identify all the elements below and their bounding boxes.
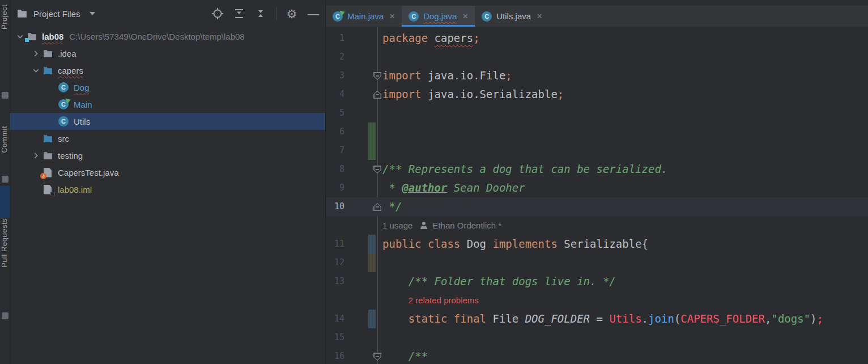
class-icon: C [58,82,69,92]
class-icon: C [482,11,492,22]
fold-marker-icon[interactable] [373,166,381,173]
stripe-item-commit[interactable]: Commit [0,126,8,153]
code-text: package capers; [382,29,480,48]
code-line[interactable]: 6 [326,122,868,141]
line-number: 10 [326,197,344,216]
tool-icon[interactable] [2,312,8,319]
chevron-right-icon[interactable] [33,153,39,159]
related-problems-hint[interactable]: 2 related problems [409,295,479,305]
line-number: 8 [326,160,344,179]
line-number: 7 [326,141,344,160]
content-root-badge [25,38,29,42]
fold-marker-icon[interactable] [373,91,381,99]
tab-label: Utils.java [496,11,531,21]
folder-icon [42,151,53,160]
folder-icon [42,49,53,58]
line-number: 11 [326,235,344,253]
tool-icon[interactable] [2,92,8,99]
fold-marker-icon[interactable] [373,72,381,80]
chevron-down-icon[interactable] [33,67,39,74]
tree-item-capers[interactable]: capers [10,62,325,79]
person-icon [420,222,427,229]
code-line[interactable]: 4import java.io.Serializable; [326,85,868,104]
tree-item-utils[interactable]: CUtils [10,113,325,130]
chevron-down-icon[interactable] [17,33,23,40]
locate-icon[interactable] [211,7,224,20]
vcs-change-marker [368,122,376,141]
tree-item-testing[interactable]: testing [10,147,325,164]
project-tree: lab08C:\Users\57349\OneDrive\Desktop\tem… [10,27,325,198]
class-icon: C [409,11,419,22]
line-number: 13 [326,272,344,291]
fold-marker-icon[interactable] [373,203,381,211]
line-number: 4 [326,85,344,104]
close-icon[interactable]: × [462,11,468,21]
tab-label: Dog.java [423,11,457,21]
tree-item-caperstest-java[interactable]: JCapersTest.java [10,164,325,181]
collapse-all-icon[interactable] [254,7,267,20]
tree-item-lab08[interactable]: lab08C:\Users\57349\OneDrive\Desktop\tem… [10,28,325,45]
tab-dog-java[interactable]: CDog.java× [402,6,475,27]
selected-tool-button[interactable] [0,186,10,218]
code-line[interactable]: 5 [326,104,868,122]
tree-item-main[interactable]: CMain [10,96,325,113]
dropdown-caret-icon[interactable] [90,12,95,15]
code-text: */ [382,197,402,216]
panel-title[interactable]: Project Files [33,9,80,19]
usages-hint[interactable]: 1 usage [382,221,412,230]
tree-item-src[interactable]: src [10,130,325,147]
inlay-row: 2 related problems [326,291,868,310]
inlay-row: 1 usageEthan Ordentlich * [326,216,868,235]
code-line[interactable]: 3import java.io.File; [326,66,868,85]
folder-icon [16,7,28,20]
expand-all-icon[interactable] [233,7,245,20]
folder-icon [42,134,53,143]
chevron-right-icon[interactable] [33,50,39,57]
close-icon[interactable]: × [537,11,542,21]
line-number: 15 [326,328,344,347]
hide-panel-icon[interactable]: — [307,7,320,20]
inlay-hint[interactable]: 2 related problems [409,291,479,310]
project-panel: Project Files [10,0,326,364]
vcs-change-marker [368,253,376,272]
code-line[interactable]: 15 [326,328,868,347]
code-line[interactable]: 1package capers; [326,29,868,48]
code-line[interactable]: 8/** Represents a dog that can be serial… [326,160,868,179]
code-line[interactable]: 7 [326,141,868,160]
fold-marker-icon[interactable] [373,353,381,361]
tree-item-label: Dog [74,83,90,92]
tree-item-dog[interactable]: CDog [10,79,325,96]
code-text: * @author Sean Dooher [382,179,525,197]
code-text: public class Dog implements Serializable… [382,235,648,253]
code-line[interactable]: 14 static final File DOG_FOLDER = Utils.… [326,310,868,328]
tool-icon[interactable] [2,176,8,183]
editor-tab-bar: CMain.java×CDog.java×CUtils.java× [326,6,868,27]
line-number: 16 [326,347,344,364]
code-line[interactable]: 13 /** Folder that dogs live in. */ [326,272,868,291]
tab-utils-java[interactable]: CUtils.java× [475,6,549,27]
code-line[interactable]: 11public class Dog implements Serializab… [326,235,868,253]
tree-item--idea[interactable]: .idea [10,45,325,62]
tree-item-label: Utils [74,117,90,126]
tab-main-java[interactable]: CMain.java× [326,6,402,27]
vcs-change-marker [368,235,376,253]
tree-item-path: C:\Users\57349\OneDrive\Desktop\temp\lab… [69,32,244,41]
tab-label: Main.java [347,11,384,21]
tree-item-label: .idea [58,49,76,58]
line-number: 1 [326,29,344,48]
settings-gear-icon[interactable]: ⚙ [286,7,298,20]
close-icon[interactable]: × [389,11,395,21]
code-editor[interactable]: 1package capers;23import java.io.File;4i… [326,27,868,364]
folder-root-icon [26,32,37,41]
stripe-item-project[interactable]: Project [0,5,8,29]
code-line[interactable]: 16 /** [326,347,868,364]
tree-item-lab08-iml[interactable]: lab08.iml [10,181,325,198]
stripe-item-pull-requests[interactable]: Pull Requests [0,218,8,268]
author-hint[interactable]: Ethan Ordentlich * [432,221,501,230]
code-line[interactable]: 2 [326,48,868,66]
code-line[interactable]: 12 [326,253,868,272]
project-panel-header: Project Files [10,0,325,27]
code-line[interactable]: 10 */ [326,197,868,216]
code-line[interactable]: 9 * @author Sean Dooher [326,179,868,197]
inlay-hint[interactable]: 1 usageEthan Ordentlich * [382,216,501,235]
